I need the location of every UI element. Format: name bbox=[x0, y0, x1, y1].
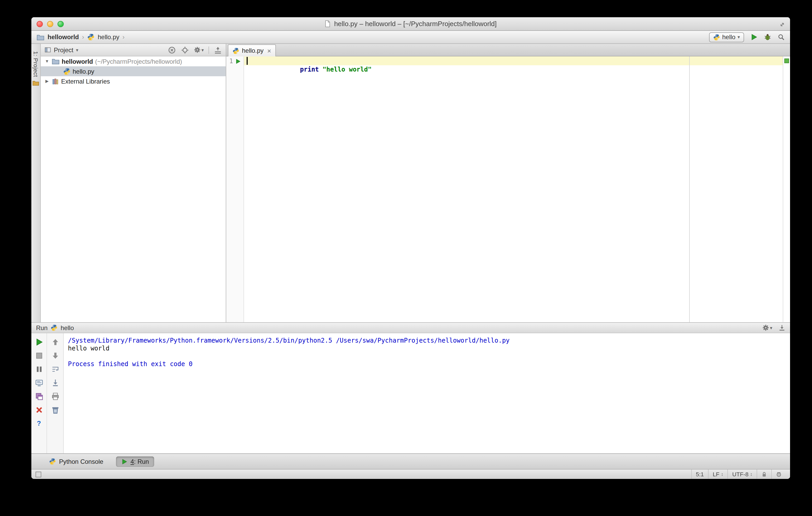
chevron-down-icon: ▾ bbox=[770, 325, 772, 330]
chevron-right-icon: › bbox=[82, 33, 84, 41]
tree-root-path: (~/PycharmProjects/helloworld) bbox=[95, 58, 182, 65]
toolwindow-quick-access-icon[interactable] bbox=[35, 472, 41, 477]
toolbar-separator bbox=[208, 46, 209, 54]
run-line-marker-icon[interactable] bbox=[235, 59, 241, 64]
editor-tab-bar: hello.py × bbox=[226, 44, 790, 56]
collapse-all-icon[interactable] bbox=[214, 46, 222, 54]
console-line bbox=[68, 353, 786, 360]
close-window-button[interactable] bbox=[36, 21, 43, 27]
pause-output-button[interactable] bbox=[35, 365, 43, 373]
editor-tab-hello-py[interactable]: hello.py × bbox=[228, 44, 276, 56]
tree-row-project-root[interactable]: ▼ helloworld (~/PycharmProjects/hellowor… bbox=[41, 56, 226, 66]
window-title: hello.py – helloworld – [~/PycharmProjec… bbox=[325, 20, 497, 28]
editor-gutter: 1 bbox=[226, 56, 244, 322]
up-stack-trace-icon[interactable] bbox=[51, 338, 59, 346]
soft-wrap-icon[interactable] bbox=[51, 365, 59, 373]
toolwindow-bar: Python Console 4: Run bbox=[31, 453, 790, 469]
run-toolwindow-label: 4: Run bbox=[130, 458, 149, 465]
code-string: "hello world" bbox=[319, 66, 372, 73]
run-configuration-label: hello bbox=[722, 33, 735, 41]
right-margin-guide bbox=[689, 56, 690, 322]
code-pane[interactable]: print"hello world" bbox=[244, 56, 783, 322]
settings-gear-icon[interactable] bbox=[763, 324, 770, 331]
text-caret bbox=[246, 57, 248, 65]
clear-console-icon[interactable] bbox=[51, 406, 59, 414]
run-toolwindow-header: Run hello ▾ bbox=[31, 323, 790, 333]
restore-layout-icon[interactable] bbox=[35, 392, 43, 401]
scroll-from-source-icon[interactable] bbox=[181, 46, 190, 54]
python-console-button[interactable]: Python Console bbox=[44, 456, 109, 467]
project-tree: ▼ helloworld (~/PycharmProjects/hellowor… bbox=[41, 56, 226, 86]
panel-icon bbox=[45, 47, 51, 53]
tree-root-label: helloworld bbox=[62, 58, 93, 65]
chevron-right-icon: › bbox=[122, 33, 125, 41]
run-toolbar: hello ▾ bbox=[709, 32, 785, 42]
run-config-name[interactable]: hello bbox=[61, 324, 74, 331]
run-actions-toolbar: ? bbox=[31, 333, 47, 453]
console-line: hello world bbox=[68, 345, 786, 353]
run-button[interactable] bbox=[750, 33, 758, 41]
desktop: hello.py – helloworld – [~/PycharmProjec… bbox=[0, 0, 812, 516]
tree-expanded-icon[interactable]: ▼ bbox=[45, 59, 50, 64]
window-title-text: hello.py – helloworld – [~/PycharmProjec… bbox=[334, 20, 497, 28]
inspection-ok-indicator[interactable] bbox=[784, 59, 789, 63]
editor[interactable]: 1 print"hello world" bbox=[226, 56, 790, 322]
fullscreen-icon[interactable] bbox=[779, 22, 785, 28]
run-header-actions: ▾ bbox=[763, 324, 785, 331]
settings-gear-icon[interactable] bbox=[194, 47, 201, 53]
caret-position-widget[interactable]: 5:1 bbox=[691, 469, 708, 479]
run-configuration-select[interactable]: hello ▾ bbox=[709, 32, 744, 42]
close-panel-button[interactable] bbox=[35, 406, 43, 414]
line-separator-widget[interactable]: LF ↕ bbox=[708, 469, 728, 479]
help-button[interactable]: ? bbox=[37, 419, 41, 427]
python-icon bbox=[49, 458, 56, 465]
down-stack-trace-icon[interactable] bbox=[51, 352, 59, 360]
tree-row-hello-py[interactable]: hello.py bbox=[41, 66, 226, 76]
python-console-label: Python Console bbox=[59, 458, 103, 465]
document-icon bbox=[325, 20, 331, 27]
close-tab-icon[interactable]: × bbox=[267, 47, 271, 54]
python-icon bbox=[51, 324, 57, 331]
show-console-icon[interactable] bbox=[35, 378, 43, 387]
hide-panel-icon[interactable] bbox=[779, 324, 785, 331]
project-toolwindow-icon[interactable] bbox=[32, 80, 39, 86]
readonly-lock-widget[interactable] bbox=[757, 469, 771, 479]
code-keyword: print bbox=[300, 66, 319, 73]
console-toolbar bbox=[47, 333, 64, 453]
breadcrumb-item-project[interactable]: helloworld bbox=[48, 33, 79, 41]
python-file-icon bbox=[87, 33, 94, 41]
main-area: 1: Project Project ▾ bbox=[31, 44, 790, 322]
tool-stripe-project-button[interactable]: 1: Project bbox=[33, 51, 39, 77]
lock-icon bbox=[761, 472, 767, 477]
search-everywhere-button[interactable] bbox=[778, 33, 785, 41]
run-console-output[interactable]: /System/Library/Frameworks/Python.framew… bbox=[64, 333, 790, 453]
updown-icon: ↕ bbox=[750, 472, 752, 477]
tree-collapsed-icon[interactable]: ▶ bbox=[45, 79, 50, 84]
window-titlebar[interactable]: hello.py – helloworld – [~/PycharmProjec… bbox=[31, 17, 790, 31]
tree-row-external-libraries[interactable]: ▶ External Libraries bbox=[41, 76, 226, 86]
rerun-button[interactable] bbox=[35, 338, 43, 346]
print-icon[interactable] bbox=[51, 392, 59, 401]
debug-button[interactable] bbox=[764, 33, 771, 41]
run-icon bbox=[121, 458, 127, 464]
python-icon bbox=[713, 34, 720, 40]
encoding-widget[interactable]: UTF-8 ↕ bbox=[728, 469, 757, 479]
minimize-window-button[interactable] bbox=[47, 21, 53, 27]
libraries-icon bbox=[52, 78, 59, 85]
project-view-selector[interactable]: Project bbox=[54, 46, 74, 54]
scroll-to-end-icon[interactable] bbox=[51, 378, 59, 387]
stop-button[interactable] bbox=[35, 352, 43, 360]
chevron-down-icon: ▾ bbox=[737, 34, 740, 40]
status-bar-widgets: 5:1 LF ↕ UTF-8 ↕ bbox=[691, 469, 786, 479]
inspection-profile-widget[interactable] bbox=[771, 469, 786, 479]
breadcrumb-item-file[interactable]: hello.py bbox=[98, 33, 119, 41]
tree-file-label: hello.py bbox=[72, 68, 94, 75]
console-line: /System/Library/Frameworks/Python.framew… bbox=[68, 337, 786, 345]
zoom-window-button[interactable] bbox=[57, 21, 64, 27]
inspection-strip bbox=[783, 56, 790, 322]
folder-icon bbox=[52, 58, 60, 65]
close-circle-icon[interactable] bbox=[168, 46, 176, 54]
code-line-1: print"hello world" bbox=[244, 56, 783, 82]
run-toolwindow-button[interactable]: 4: Run bbox=[116, 456, 154, 467]
tree-external-libraries-label: External Libraries bbox=[61, 78, 110, 85]
